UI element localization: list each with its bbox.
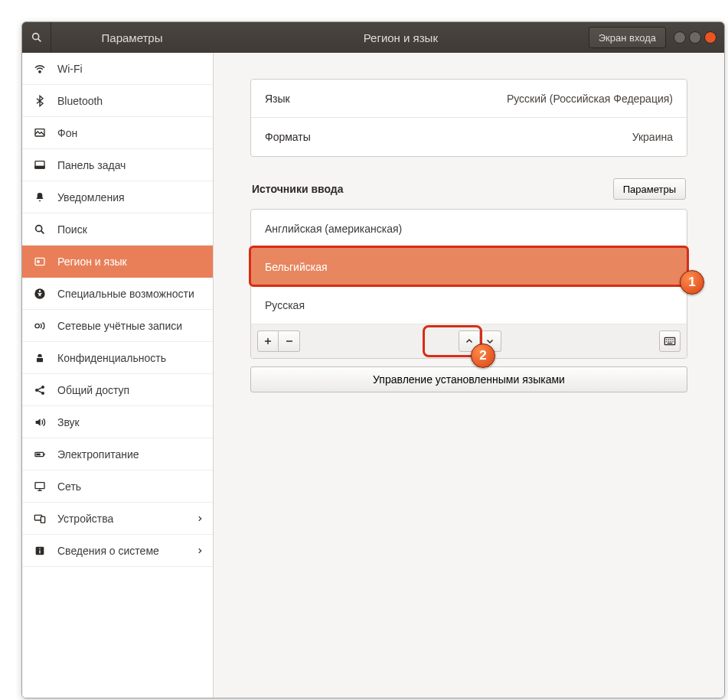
plus-icon bbox=[263, 337, 273, 346]
devices-icon bbox=[33, 512, 47, 526]
show-keyboard-layout-button[interactable] bbox=[659, 330, 681, 352]
sidebar-item-wifi[interactable]: Wi-Fi bbox=[22, 53, 213, 85]
sharing-icon bbox=[33, 383, 47, 397]
add-source-button[interactable] bbox=[257, 330, 279, 352]
input-sources-title: Источники ввода bbox=[252, 183, 344, 195]
maximize-button[interactable] bbox=[689, 31, 701, 44]
svg-rect-5 bbox=[35, 166, 44, 168]
network-icon bbox=[33, 480, 47, 493]
keyboard-icon bbox=[664, 336, 676, 347]
language-row[interactable]: Язык Русский (Российская Федерация) bbox=[251, 80, 687, 118]
chevron-right-icon bbox=[196, 547, 204, 555]
sidebar-item-sharing[interactable]: Общий доступ bbox=[22, 374, 213, 406]
sidebar-item-label: Устройства bbox=[57, 513, 113, 525]
content-area: Wi-Fi Bluetooth Фон Панель задач Уведомл… bbox=[22, 53, 724, 698]
sidebar-item-label: Сетевые учётные записи bbox=[57, 320, 182, 332]
close-button[interactable] bbox=[704, 31, 717, 44]
sidebar-item-label: Общий доступ bbox=[57, 384, 129, 396]
main-panel: Язык Русский (Российская Федерация) Форм… bbox=[214, 53, 724, 698]
minimize-button[interactable] bbox=[674, 31, 686, 44]
sidebar-item-label: Сеть bbox=[57, 480, 81, 493]
minus-icon bbox=[285, 337, 294, 346]
sidebar-item-power[interactable]: Электропитание bbox=[22, 438, 213, 470]
search-icon bbox=[31, 31, 43, 44]
sidebar-item-label: Электропитание bbox=[57, 448, 139, 461]
sidebar-item-label: Wi-Fi bbox=[57, 63, 83, 75]
annotation-badge-2: 2 bbox=[471, 343, 495, 368]
dock-icon bbox=[33, 158, 47, 172]
sidebar-item-about[interactable]: Сведения о системе bbox=[22, 535, 213, 567]
sidebar-item-search[interactable]: Поиск bbox=[22, 213, 213, 246]
app-title: Параметры bbox=[51, 31, 213, 44]
input-sources-toolbar bbox=[251, 324, 687, 358]
formats-value: Украина bbox=[632, 131, 673, 143]
sidebar-item-privacy[interactable]: Конфиденциальность bbox=[22, 342, 213, 374]
sidebar-item-devices[interactable]: Устройства bbox=[22, 503, 213, 535]
sidebar-item-label: Звук bbox=[57, 416, 80, 428]
svg-point-2 bbox=[39, 70, 41, 72]
login-screen-button[interactable]: Экран входа bbox=[589, 27, 666, 48]
sidebar-item-label: Конфиденциальность bbox=[57, 352, 166, 364]
sidebar: Wi-Fi Bluetooth Фон Панель задач Уведомл… bbox=[22, 53, 214, 698]
svg-rect-23 bbox=[39, 548, 40, 549]
titlebar: Параметры Регион и язык Экран входа bbox=[22, 22, 724, 53]
sidebar-item-label: Регион и язык bbox=[57, 256, 127, 268]
remove-source-button[interactable] bbox=[279, 330, 300, 352]
svg-point-11 bbox=[39, 290, 41, 292]
input-sources-list: Английская (американская) Бельгийская Ру… bbox=[250, 209, 687, 359]
sidebar-item-bluetooth[interactable]: Bluetooth bbox=[22, 85, 213, 117]
sidebar-item-label: Фон bbox=[57, 127, 77, 139]
privacy-icon bbox=[33, 351, 47, 365]
manage-languages-button[interactable]: Управление установленными языками bbox=[250, 366, 687, 392]
sidebar-item-accessibility[interactable]: Специальные возможности bbox=[22, 278, 213, 310]
sidebar-item-label: Поиск bbox=[57, 223, 87, 236]
search-icon bbox=[33, 223, 47, 236]
sidebar-item-label: Панель задач bbox=[57, 159, 126, 171]
language-label: Язык bbox=[265, 93, 290, 105]
sidebar-item-notifications[interactable]: Уведомления bbox=[22, 181, 213, 213]
region-icon bbox=[33, 255, 47, 269]
svg-point-9 bbox=[37, 260, 40, 263]
input-source-belgian[interactable]: Бельгийская bbox=[251, 248, 687, 286]
add-remove-group bbox=[257, 330, 300, 352]
wifi-icon bbox=[33, 62, 47, 76]
accessibility-icon bbox=[33, 287, 47, 301]
sidebar-item-online-accounts[interactable]: Сетевые учётные записи bbox=[22, 310, 213, 342]
search-button[interactable] bbox=[22, 22, 51, 53]
power-icon bbox=[33, 448, 47, 461]
background-icon bbox=[33, 126, 47, 140]
input-source-label: Русская bbox=[265, 299, 305, 311]
bluetooth-icon bbox=[33, 94, 47, 108]
sidebar-item-network[interactable]: Сеть bbox=[22, 470, 213, 503]
settings-window: Параметры Регион и язык Экран входа Wi-F… bbox=[21, 21, 725, 698]
svg-rect-21 bbox=[41, 516, 44, 523]
svg-rect-24 bbox=[39, 550, 40, 553]
language-value: Русский (Российская Федерация) bbox=[507, 93, 673, 105]
input-source-label: Бельгийская bbox=[265, 261, 328, 273]
sidebar-item-label: Bluetooth bbox=[57, 95, 103, 107]
sidebar-item-label: Уведомления bbox=[57, 191, 125, 203]
input-sources-header: Источники ввода Параметры bbox=[250, 178, 687, 200]
sidebar-item-label: Специальные возможности bbox=[57, 288, 194, 300]
sidebar-item-dock[interactable]: Панель задач bbox=[22, 149, 213, 181]
input-source-options-button[interactable]: Параметры bbox=[613, 178, 686, 200]
sound-icon bbox=[33, 415, 47, 429]
sidebar-item-label: Сведения о системе bbox=[57, 545, 159, 557]
window-controls bbox=[674, 31, 717, 44]
svg-rect-18 bbox=[36, 453, 40, 455]
input-source-label: Английская (американская) bbox=[265, 223, 402, 235]
sidebar-item-sound[interactable]: Звук bbox=[22, 406, 213, 438]
formats-row[interactable]: Форматы Украина bbox=[251, 118, 687, 156]
chevron-up-icon bbox=[465, 337, 474, 346]
svg-line-7 bbox=[41, 230, 44, 233]
svg-rect-17 bbox=[44, 453, 44, 455]
sidebar-item-background[interactable]: Фон bbox=[22, 117, 213, 149]
online-accounts-icon bbox=[33, 319, 47, 333]
svg-point-12 bbox=[35, 324, 39, 327]
svg-point-0 bbox=[32, 34, 38, 40]
formats-label: Форматы bbox=[265, 131, 311, 143]
sidebar-item-region-language[interactable]: Регион и язык bbox=[22, 246, 213, 278]
input-source-russian[interactable]: Русская bbox=[251, 286, 687, 324]
input-source-english-us[interactable]: Английская (американская) bbox=[251, 210, 687, 248]
chevron-right-icon bbox=[196, 515, 204, 523]
